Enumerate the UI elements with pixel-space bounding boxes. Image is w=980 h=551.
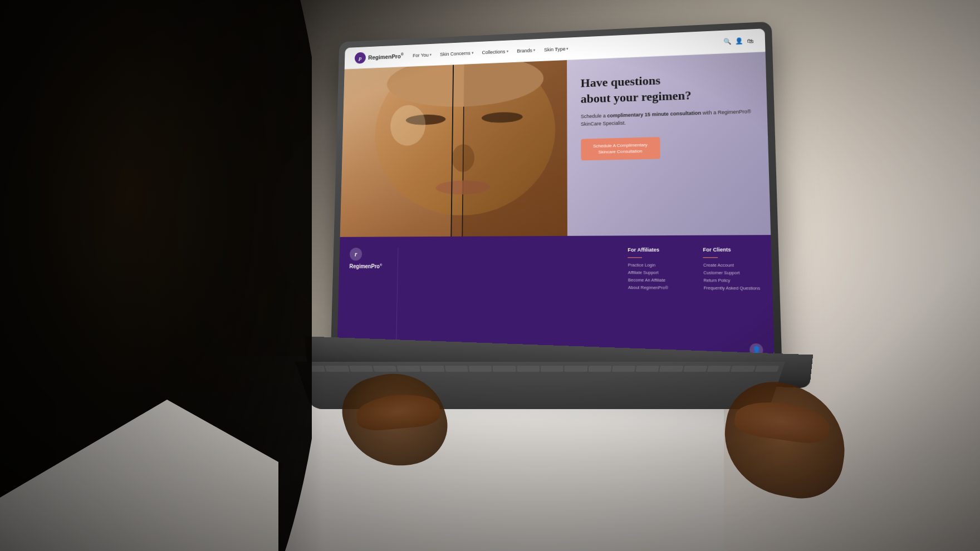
footer-logo-text: RegimenPro® — [349, 263, 382, 269]
account-icon[interactable]: 👤 — [735, 37, 743, 45]
nav-icons: 🔍 👤 🛍 — [723, 37, 753, 45]
footer: r RegimenPro® For Affiliates Practice Lo… — [337, 235, 774, 357]
key — [659, 366, 683, 372]
nav-for-you[interactable]: For You ▾ — [410, 50, 435, 60]
footer-link-create-account[interactable]: Create Account — [703, 263, 759, 268]
footer-logo-letter: r — [355, 250, 357, 258]
footer-columns: For Affiliates Practice Login Affiliate … — [413, 247, 762, 353]
key — [493, 366, 516, 372]
footer-link-return-policy[interactable]: Return Policy — [703, 278, 760, 283]
key — [731, 366, 756, 372]
footer-col-clients: For Clients Create Account Customer Supp… — [703, 247, 762, 353]
key — [541, 366, 564, 372]
svg-rect-8 — [462, 60, 567, 237]
key — [754, 366, 779, 372]
logo-text: RegimenPro® — [368, 52, 404, 61]
face-svg — [340, 60, 567, 237]
key — [445, 366, 468, 372]
footer-logo-circle: r — [350, 248, 362, 260]
footer-link-affiliate-support[interactable]: Affiliate Support — [628, 270, 668, 276]
hero-title: Have questions about your regimen? — [581, 69, 752, 106]
hero-section: Have questions about your regimen? Sched… — [340, 52, 771, 237]
key — [707, 366, 732, 372]
laptop: p RegimenPro® For You ▾ Skin Concerns ▾ … — [330, 22, 782, 382]
footer-col1-heading: For Affiliates — [628, 247, 668, 253]
laptop-screen: p RegimenPro® For You ▾ Skin Concerns ▾ … — [337, 28, 774, 357]
chevron-down-icon: ▾ — [472, 51, 474, 55]
bag-icon[interactable]: 🛍 — [747, 37, 753, 44]
hero-face-image — [340, 60, 567, 237]
key — [373, 366, 397, 372]
nav-skin-type[interactable]: Skin Type ▾ — [541, 43, 572, 55]
footer-col-affiliates: For Affiliates Practice Login Affiliate … — [628, 247, 669, 352]
key — [612, 366, 635, 372]
footer-col2-line — [703, 257, 718, 258]
key — [683, 366, 707, 372]
footer-link-customer-support[interactable]: Customer Support — [703, 270, 759, 276]
footer-logo-area: r RegimenPro® — [347, 248, 399, 347]
logo-trademark: ® — [401, 52, 404, 56]
chevron-down-icon: ▾ — [506, 49, 508, 53]
footer-col1-line — [628, 257, 642, 258]
nav-logo[interactable]: p RegimenPro® — [355, 50, 404, 63]
website: p RegimenPro® For You ▾ Skin Concerns ▾ … — [337, 28, 774, 357]
logo-circle: p — [355, 52, 366, 63]
hero-text-area: Have questions about your regimen? Sched… — [567, 52, 771, 236]
key — [636, 366, 660, 372]
key — [517, 366, 540, 372]
key — [421, 366, 445, 372]
chevron-down-icon: ▾ — [566, 46, 569, 51]
nav-brands[interactable]: Brands ▾ — [514, 45, 539, 56]
key — [588, 366, 611, 372]
logo-letter: p — [359, 55, 361, 61]
footer-link-faq[interactable]: Frequently Asked Questions — [704, 286, 761, 291]
key — [325, 366, 349, 372]
logo-name: RegimenPro — [368, 53, 401, 61]
footer-link-practice[interactable]: Practice Login — [628, 263, 668, 268]
footer-link-about[interactable]: About RegimenPro® — [628, 285, 668, 291]
footer-link-become-affiliate[interactable]: Become An Affiliate — [628, 277, 668, 283]
search-icon[interactable]: 🔍 — [723, 38, 732, 46]
cta-button[interactable]: Schedule A Complimentary Skincare Consul… — [581, 137, 660, 160]
nav-skin-concerns[interactable]: Skin Concerns ▾ — [437, 48, 477, 59]
key — [469, 366, 492, 372]
footer-col2-heading: For Clients — [703, 247, 759, 253]
key — [397, 366, 421, 372]
chevron-down-icon: ▾ — [533, 48, 536, 52]
key — [349, 366, 374, 372]
hero-subtitle: Schedule a complimentary 15 minute consu… — [581, 108, 753, 128]
nav-collections[interactable]: Collections ▾ — [479, 46, 512, 57]
chevron-down-icon: ▾ — [430, 52, 432, 57]
key — [565, 366, 587, 372]
keyboard-keys — [295, 362, 785, 376]
